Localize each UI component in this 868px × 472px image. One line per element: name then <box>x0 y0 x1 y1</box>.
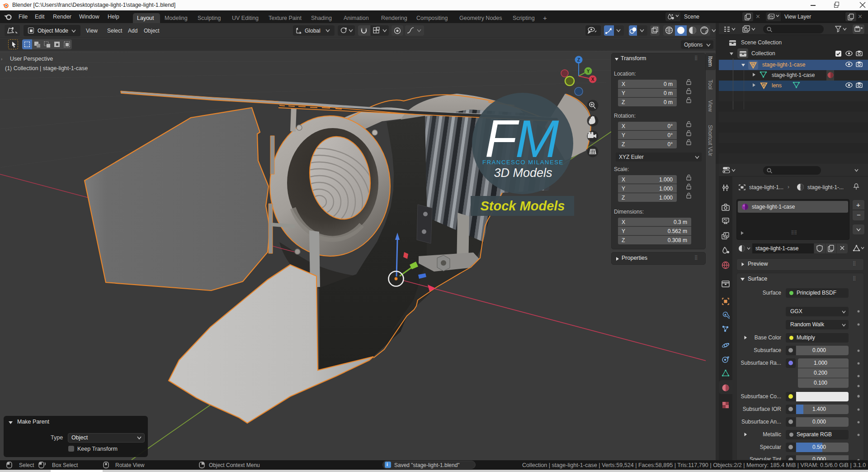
svg-text:FRANCESCO MILANESE: FRANCESCO MILANESE <box>482 159 564 166</box>
svg-text:Z: Z <box>577 57 580 62</box>
svg-text:Y: Y <box>587 69 590 74</box>
svg-text:User Perspective: User Perspective <box>10 56 53 62</box>
svg-text:3D Models: 3D Models <box>494 166 552 180</box>
svg-text:›: › <box>1 57 2 62</box>
svg-text:Stock Models: Stock Models <box>481 199 565 213</box>
svg-text:X: X <box>591 77 594 82</box>
svg-text:(1) Collection | stage-light-1: (1) Collection | stage-light-1-case <box>5 65 88 72</box>
